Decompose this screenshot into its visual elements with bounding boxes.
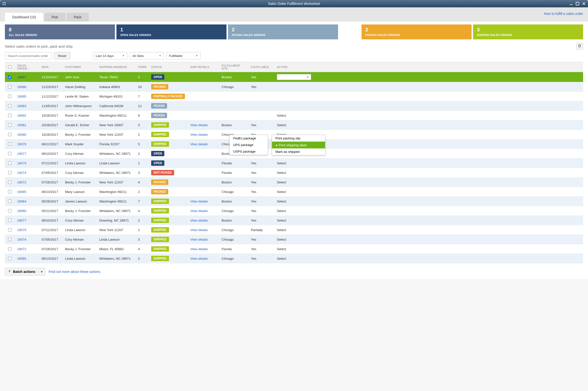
sales-order-link[interactable]: 19077 xyxy=(17,219,26,222)
action-select-label[interactable]: Select xyxy=(277,257,286,260)
sales-order-link[interactable]: 19074 xyxy=(17,238,26,241)
col-checkbox-all[interactable] xyxy=(5,62,15,72)
table-row[interactable]: 1906005/12/2017Becky J. ForesterWhitaker… xyxy=(5,206,583,216)
tab-pack[interactable]: Pack xyxy=(67,13,89,21)
search-input[interactable] xyxy=(5,52,51,59)
table-row[interactable]: 1908611/23/2017Hazel ZwillingIndiana 469… xyxy=(5,82,583,92)
sales-order-link[interactable]: 19072 xyxy=(17,181,26,184)
fulfillable-filter-dropdown[interactable]: Fulfillable xyxy=(166,52,200,59)
action-select-label[interactable]: Select xyxy=(277,238,286,241)
sales-order-link[interactable]: 19064 xyxy=(17,199,26,203)
action-select-label[interactable]: Select xyxy=(277,209,286,213)
table-row[interactable]: 1907207/26/2017Becky J. ForesterNew York… xyxy=(5,178,583,187)
minimize-icon[interactable] xyxy=(569,2,573,5)
view-details-link[interactable]: View details xyxy=(190,123,208,127)
col-sales-order[interactable]: SALES ORDER xyxy=(15,62,39,72)
action-select-label[interactable]: Select xyxy=(277,219,286,222)
pipeline-open[interactable]: 1 OPEN SALES ORDERS xyxy=(116,24,226,39)
col-date[interactable]: DATE xyxy=(39,62,63,72)
sales-order-link[interactable]: 19081 xyxy=(17,123,26,127)
ship-carrier-item[interactable]: FedEx package xyxy=(230,135,268,142)
col-shipping-address[interactable]: SHIPPING ADDRESS xyxy=(97,62,135,72)
select-all-checkbox[interactable] xyxy=(8,65,11,69)
action-item-print-shipping-label[interactable]: ◂Print shipping label xyxy=(272,142,325,148)
action-item-print-packing-slip[interactable]: Print packing slip xyxy=(272,135,325,142)
table-row[interactable]: 1908210/26/2017Rosie S. KramerWashington… xyxy=(5,111,583,120)
table-row[interactable]: 1906506/13/2017Linda LawsonWhitakers, NC… xyxy=(5,254,583,263)
row-checkbox[interactable] xyxy=(8,238,11,241)
row-checkbox[interactable] xyxy=(8,228,11,232)
sales-order-link[interactable]: 19085 xyxy=(17,95,26,98)
ship-carrier-item[interactable]: UPS package xyxy=(230,142,268,148)
view-details-link[interactable]: View details xyxy=(190,238,208,241)
row-checkbox[interactable] xyxy=(8,199,11,203)
row-checkbox[interactable] xyxy=(8,104,11,107)
row-checkbox[interactable] xyxy=(8,75,11,79)
table-row[interactable]: 1907507/12/2017Linda LawsonNew York 1220… xyxy=(5,225,583,235)
reset-button[interactable]: Reset xyxy=(54,52,70,59)
sales-order-link[interactable]: 19082 xyxy=(17,114,26,117)
col-fulfillable[interactable]: FULFILLABLE xyxy=(249,62,275,72)
sales-order-link[interactable]: 19072 xyxy=(17,247,26,251)
row-checkbox[interactable] xyxy=(8,161,11,165)
help-link[interactable]: How to fulfill a sales order xyxy=(544,12,583,16)
row-checkbox[interactable] xyxy=(8,152,11,155)
table-row[interactable]: 1906506/13/2017Mary LawsonWashington 992… xyxy=(5,187,583,196)
sales-order-link[interactable]: 19077 xyxy=(17,152,26,156)
sales-order-link[interactable]: 19080 xyxy=(17,133,26,136)
site-filter-dropdown[interactable]: All Sites xyxy=(130,52,164,59)
row-checkbox[interactable] xyxy=(8,257,11,260)
tab-pick[interactable]: Pick xyxy=(44,13,65,21)
row-checkbox[interactable] xyxy=(8,85,11,89)
row-checkbox[interactable] xyxy=(8,171,11,174)
row-checkbox[interactable] xyxy=(8,142,11,146)
view-details-link[interactable]: View details xyxy=(190,228,208,232)
row-checkbox[interactable] xyxy=(8,133,11,136)
action-select-label[interactable]: Select xyxy=(277,171,286,175)
col-action[interactable]: ACTION xyxy=(275,62,583,72)
table-row[interactable]: 1907407/05/2017Cory AikmanWhitakers, NC … xyxy=(5,168,583,178)
batch-actions-button[interactable]: Batch actions ▼ xyxy=(5,268,45,276)
view-details-link[interactable]: View details xyxy=(190,257,208,260)
table-row[interactable]: 1908311/05/2017John WitherspoonCaliforni… xyxy=(5,101,583,111)
view-details-link[interactable]: View details xyxy=(190,247,208,251)
sales-order-link[interactable]: 19075 xyxy=(17,228,26,232)
action-select-label[interactable]: Select xyxy=(277,247,286,251)
table-row[interactable]: 1907708/10/2017Cory AikmanDowning, NC 28… xyxy=(5,216,583,225)
ship-carrier-item[interactable]: USPS package xyxy=(230,148,268,155)
action-select-label[interactable]: Select xyxy=(277,161,286,165)
sales-order-link[interactable]: 19079 xyxy=(17,142,26,146)
table-row[interactable]: 1908511/12/2017Leslie M. StatenMichigan … xyxy=(5,92,583,101)
pipeline-shipped[interactable]: 3 SHIPPED SALES ORDERS xyxy=(473,24,583,39)
view-details-link[interactable]: View details xyxy=(190,219,208,222)
action-select-label[interactable]: Select xyxy=(277,123,286,127)
row-checkbox[interactable] xyxy=(8,181,11,184)
action-select-label[interactable]: Select xyxy=(277,181,286,184)
table-row[interactable]: 1907507/12/2017Linda LawsonLinda Lawson1… xyxy=(5,158,583,168)
pipeline-picked[interactable]: 2 PICKED SALES ORDERS xyxy=(228,24,338,39)
col-ship-details[interactable]: SHIP DETAILS xyxy=(188,62,219,72)
sales-order-link[interactable]: 19060 xyxy=(17,209,26,213)
action-select-label[interactable]: Select xyxy=(277,199,286,203)
row-checkbox[interactable] xyxy=(8,114,11,117)
row-checkbox[interactable] xyxy=(8,219,11,222)
row-checkbox[interactable] xyxy=(8,247,11,251)
row-checkbox[interactable] xyxy=(8,95,11,98)
table-row[interactable]: 1908711/23/2017John DoeTexas 768425OPENB… xyxy=(5,72,583,82)
view-details-link[interactable]: View details xyxy=(190,209,208,213)
sales-order-link[interactable]: 19087 xyxy=(17,75,26,79)
sales-order-link[interactable]: 19065 xyxy=(17,190,26,194)
row-checkbox[interactable] xyxy=(8,123,11,127)
action-select-label[interactable]: Select xyxy=(277,190,286,194)
sales-order-link[interactable]: 19083 xyxy=(17,104,26,108)
action-select-label[interactable]: Select xyxy=(277,114,286,117)
table-row[interactable]: 1908110/26/2017Gerald E. EicherNew York … xyxy=(5,120,583,130)
date-filter-dropdown[interactable]: Last 14 days xyxy=(93,52,127,59)
view-details-link[interactable]: View details xyxy=(190,142,208,146)
sales-order-link[interactable]: 19075 xyxy=(17,161,26,165)
table-row[interactable]: 1907207/26/2017Becky J. ForesterMiami, F… xyxy=(5,244,583,254)
sales-order-link[interactable]: 19074 xyxy=(17,171,26,175)
row-checkbox[interactable] xyxy=(8,209,11,212)
table-row[interactable]: 1906405/28/2017James LawsonWashington 99… xyxy=(5,196,583,206)
tab-dashboard[interactable]: Dashboard (15) xyxy=(5,13,43,21)
